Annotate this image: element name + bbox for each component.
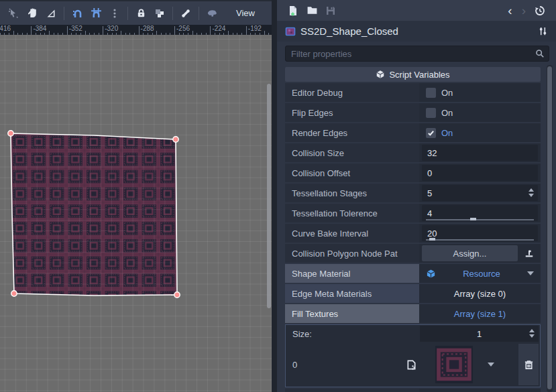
grid-snap-icon: [91, 7, 102, 19]
skeleton-options-icon: [207, 7, 218, 19]
grid-snap-button[interactable]: [87, 4, 105, 23]
edge-meta-materials-array-button[interactable]: Array (size 0): [419, 284, 541, 303]
fill-textures-array-button[interactable]: Array (size 1): [419, 304, 541, 323]
viewport-vertical-scrollbar[interactable]: [267, 84, 271, 308]
array-size-spinbox[interactable]: 1: [420, 326, 539, 342]
slider-handle[interactable]: [470, 218, 476, 220]
bone-button[interactable]: [176, 4, 195, 23]
toolbar-separator: [127, 7, 128, 20]
array-item-row: 0: [286, 342, 540, 387]
chevron-down-icon[interactable]: [527, 271, 534, 275]
property-row-edge-meta-materials: Edge Meta Materials Array (size 0): [285, 284, 541, 303]
property-row-partial: [285, 389, 541, 392]
snap-options-menu-button[interactable]: [105, 4, 124, 23]
load-resource-button[interactable]: [302, 1, 321, 20]
filter-properties-input[interactable]: [290, 48, 535, 60]
new-resource-button[interactable]: [284, 1, 302, 20]
check-icon: [427, 129, 435, 137]
trash-icon: [524, 360, 534, 370]
slider-handle[interactable]: [429, 238, 435, 241]
property-row-render-edges: Render Edges On: [285, 123, 541, 142]
ruler-tool-button[interactable]: [42, 4, 60, 23]
inspected-node-title: SS2D_Shape_Closed: [300, 25, 538, 37]
render-edges-checkbox[interactable]: [426, 128, 436, 138]
ruler-label: -256: [176, 25, 190, 32]
history-button[interactable]: [531, 1, 549, 20]
lock-icon: [136, 8, 146, 18]
history-back-button[interactable]: ‹: [503, 4, 516, 17]
filter-properties-box: [285, 46, 549, 62]
godot-editor-window: View -416-384-352-320-288-256-224-192: [0, 0, 556, 392]
history-icon: [535, 5, 545, 16]
ruler-label: -352: [69, 25, 82, 32]
ruler-label: -224: [212, 25, 225, 32]
property-row-flip-edges: Flip Edges On: [285, 103, 541, 122]
ruler-label: -192: [248, 25, 262, 32]
tessellation-stages-spinbox[interactable]: 5: [422, 185, 538, 201]
inspector-scrollbar[interactable]: [547, 65, 553, 392]
snap-options-menu-icon: [113, 8, 117, 19]
clear-node-path-button[interactable]: [520, 245, 538, 261]
select-tool-icon: [8, 8, 19, 19]
ruler-label: -384: [33, 25, 46, 32]
inspector-toolbar: ‹ ›: [277, 0, 556, 21]
group-button[interactable]: [150, 4, 169, 23]
select-tool-button[interactable]: [4, 4, 23, 23]
viewport-2d[interactable]: [0, 35, 272, 392]
object-tools-icon[interactable]: [538, 26, 548, 36]
search-icon: [535, 49, 545, 58]
property-row-tessellation-tolerence: Tessellation Tolerence 4: [285, 204, 541, 222]
editor-debug-checkbox[interactable]: [426, 88, 436, 98]
inspector-dock: ‹ › SS2D_Shape_Closed Script Variables E…: [277, 0, 556, 392]
ruler-label: -416: [0, 25, 11, 32]
history-forward-button[interactable]: ›: [517, 4, 531, 17]
fill-textures-array-editor: Size: 1 0: [285, 324, 541, 387]
shape-material-resource-picker[interactable]: Resource: [419, 264, 541, 283]
chevron-down-icon[interactable]: [488, 363, 494, 367]
spinner-arrows-icon[interactable]: [529, 188, 534, 197]
dock-split-divider[interactable]: [272, 0, 277, 392]
texture-preview[interactable]: [435, 346, 473, 383]
lock-button[interactable]: [131, 4, 150, 23]
smart-snap-icon: [72, 8, 82, 19]
delete-item-button[interactable]: [518, 344, 539, 385]
property-row-shape-material: Shape Material Resource: [285, 264, 541, 283]
save-resource-icon: [325, 5, 336, 16]
flip-edges-checkbox[interactable]: [426, 108, 436, 118]
canvas-toolbar: View: [0, 0, 272, 25]
view-menu-button[interactable]: View: [231, 5, 260, 21]
ss2d-shape-polygon: [11, 133, 177, 296]
bone-icon: [180, 8, 191, 19]
save-resource-button[interactable]: [321, 1, 340, 20]
property-row-curve-bake-interval: Curve Bake Interval 20: [285, 224, 541, 243]
slider-track[interactable]: [426, 219, 534, 220]
property-row-collision-size: Collision Size 32: [285, 143, 541, 162]
toolbar-separator: [199, 7, 199, 20]
new-resource-icon: [288, 5, 298, 16]
property-row-fill-textures: Fill Textures Array (size 1): [285, 304, 541, 323]
skeleton-options-button[interactable]: [203, 4, 221, 23]
smart-snap-button[interactable]: [68, 4, 87, 23]
spinner-arrows-icon[interactable]: [529, 329, 535, 338]
ruler-label: -320: [105, 25, 118, 32]
array-size-row: Size: 1: [286, 325, 540, 342]
script-variables-cube-icon: [376, 70, 385, 79]
inspected-node-header: SS2D_Shape_Closed: [277, 21, 556, 42]
scrollbar-thumb[interactable]: [547, 66, 552, 389]
property-row-collision-offset: Collision Offset 0: [285, 164, 541, 182]
collision-size-field[interactable]: 32: [422, 145, 538, 161]
section-script-variables[interactable]: Script Variables: [285, 67, 541, 82]
load-resource-icon: [307, 5, 318, 16]
texture-preview-image: [437, 347, 471, 382]
inspector-content: Script Variables Editor Debug On Flip Ed…: [285, 67, 541, 392]
tessellation-tolerence-slider[interactable]: 4: [422, 205, 538, 221]
ruler-tool-icon: [46, 8, 56, 19]
pan-tool-button[interactable]: [23, 4, 42, 23]
edit-resource-icon[interactable]: [406, 360, 416, 370]
slider-track[interactable]: [426, 239, 534, 241]
property-row-collision-polygon-node-path: Collision Polygon Node Pat Assign...: [285, 244, 541, 263]
group-icon: [154, 8, 165, 19]
curve-bake-interval-slider[interactable]: 20: [422, 225, 538, 241]
collision-offset-field[interactable]: 0: [422, 165, 538, 181]
assign-node-path-button[interactable]: Assign...: [422, 245, 518, 261]
